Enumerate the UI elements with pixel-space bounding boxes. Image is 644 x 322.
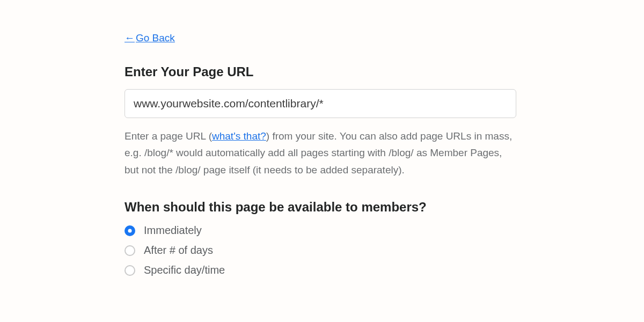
- go-back-label: Go Back: [136, 32, 175, 44]
- help-prefix: Enter a page URL (: [125, 130, 212, 142]
- whats-that-link[interactable]: what's that?: [212, 130, 266, 142]
- arrow-left-icon: ←: [125, 32, 135, 44]
- url-help-text: Enter a page URL (what's that?) from you…: [125, 128, 516, 178]
- radio-icon: [125, 265, 135, 276]
- radio-icon: [125, 245, 135, 256]
- url-heading: Enter Your Page URL: [125, 64, 516, 79]
- radio-label: After # of days: [144, 244, 213, 257]
- radio-icon: [125, 225, 135, 236]
- radio-option-after-days[interactable]: After # of days: [125, 244, 516, 257]
- radio-option-immediately[interactable]: Immediately: [125, 224, 516, 237]
- availability-radio-group: Immediately After # of days Specific day…: [125, 224, 516, 276]
- page-url-input[interactable]: [125, 89, 516, 118]
- radio-label: Immediately: [144, 224, 202, 237]
- availability-heading: When should this page be available to me…: [125, 200, 516, 215]
- go-back-link[interactable]: ← Go Back: [125, 32, 175, 44]
- radio-option-specific[interactable]: Specific day/time: [125, 264, 516, 276]
- radio-label: Specific day/time: [144, 264, 225, 276]
